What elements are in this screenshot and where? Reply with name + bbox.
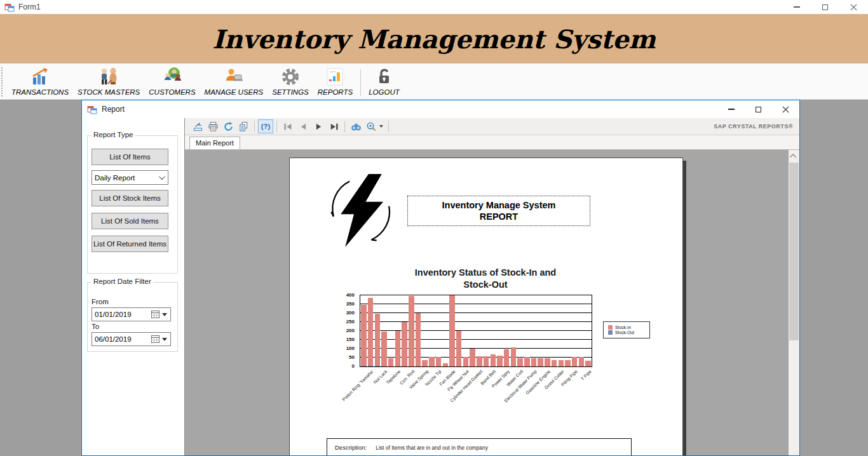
toolbar-item-label: LOGOUT — [369, 88, 400, 96]
toolbar-grip[interactable] — [1, 67, 6, 97]
settings-icon — [280, 67, 301, 87]
report-maximize-button[interactable] — [745, 100, 772, 118]
stock-in-bar — [511, 347, 517, 366]
app-banner-title: Inventory Management System — [212, 24, 656, 54]
go-first-icon — [283, 121, 294, 132]
stock-in-bar — [361, 305, 367, 366]
main-window-title: Form1 — [18, 3, 41, 11]
toolbar-item-stock-masters[interactable]: STOCK MASTERS — [73, 65, 144, 97]
report-minimize-button[interactable] — [717, 100, 745, 118]
stock-in-bar — [524, 357, 530, 366]
stock-out-bar — [368, 366, 374, 367]
report-window-icon — [87, 104, 97, 114]
to-date-picker[interactable]: 06/01/2019 — [92, 332, 171, 346]
main-minimize-button[interactable] — [782, 0, 811, 14]
report-header-box: Inventory Manage System REPORT — [407, 196, 590, 226]
go-next-button[interactable] — [311, 119, 326, 133]
toolbar-item-label: REPORTS — [318, 88, 353, 96]
export-icon — [193, 121, 203, 132]
toolbar-item-label: MANAGE USERS — [205, 88, 264, 96]
go-prev-icon — [298, 121, 309, 132]
cr-toolbar-icons: (?) — [190, 119, 392, 133]
find-button[interactable] — [348, 119, 363, 133]
legend-item: Stock-Out — [608, 330, 649, 335]
scrollbar-thumb[interactable] — [789, 163, 799, 340]
app-window-icon — [4, 2, 15, 12]
stock-out-bar — [361, 366, 367, 367]
from-date-value: 01/01/2019 — [95, 311, 132, 318]
refresh-button[interactable] — [220, 119, 236, 133]
crystal-report-viewer: (?) SAP CRYSTAL REPORTS® Main Report — [185, 118, 799, 455]
toolbar-item-manage-users[interactable]: MANAGE USERS — [200, 65, 268, 97]
report-close-button[interactable] — [772, 100, 799, 118]
close-icon — [782, 106, 789, 113]
cr-toolbar-separator — [276, 121, 277, 132]
list-of-stock-items-button[interactable]: List Of Stock Items — [92, 190, 168, 206]
maximize-icon — [822, 4, 828, 10]
stock-in-bar — [585, 361, 591, 366]
vertical-scrollbar[interactable] — [789, 150, 799, 455]
print-button[interactable] — [205, 119, 220, 133]
report-window: Report Report Type List Of Items Daily R… — [81, 100, 800, 456]
chart-title-line1: Inventory Status of Stock-In and — [360, 267, 611, 279]
maximize-icon — [756, 107, 761, 112]
sap-crystal-reports-brand: SAP CRYSTAL REPORTS® — [714, 123, 793, 130]
stock-in-bar — [409, 296, 414, 366]
go-last-button[interactable] — [326, 119, 341, 133]
stock-in-bar — [517, 358, 523, 366]
chart-title-line2: Stock-Out — [360, 279, 611, 291]
toolbar-item-customers[interactable]: CUSTOMERS — [144, 65, 200, 97]
close-icon — [850, 4, 857, 11]
stock-in-bar — [538, 358, 543, 366]
export-button[interactable] — [190, 119, 205, 133]
stock-in-bar — [381, 332, 387, 366]
y-tick-label: 350 — [346, 301, 355, 307]
report-period-combobox[interactable]: Daily Report — [92, 170, 168, 185]
go-first-button[interactable] — [280, 119, 295, 133]
tab-main-report[interactable]: Main Report — [189, 137, 240, 149]
app-toolbar: TRANSACTIONSSTOCK MASTERSCUSTOMERSMANAGE… — [0, 64, 868, 100]
stock-in-bar — [443, 363, 449, 366]
toolbar-item-logout[interactable]: LOGOUT — [364, 65, 404, 97]
y-tick-label: 150 — [346, 337, 355, 342]
cr-toolbar-separator — [254, 121, 255, 132]
main-close-button[interactable] — [839, 0, 868, 14]
chart-legend: Stock-InStock-Out — [603, 321, 650, 339]
stock-in-bar — [416, 313, 421, 366]
toolbar-item-reports[interactable]: REPORTS — [313, 65, 357, 97]
cr-toolbar-separator — [344, 121, 345, 132]
x-category-label: Piston Ring 'Yamaha' — [341, 369, 374, 402]
stock-in-bar — [572, 357, 578, 366]
minimize-icon — [728, 109, 735, 110]
report-sidebar: Report Type List Of Items Daily Report L… — [82, 118, 185, 455]
chevron-down-icon — [159, 173, 165, 180]
toolbar-item-transactions[interactable]: TRANSACTIONS — [7, 65, 73, 97]
chart-plot — [360, 295, 592, 367]
scroll-up-button[interactable] — [789, 150, 799, 161]
report-window-title: Report — [102, 105, 125, 114]
stock-in-bar — [456, 331, 462, 366]
copy-button[interactable] — [236, 119, 251, 133]
list-of-items-button[interactable]: List Of Items — [92, 149, 168, 165]
stock-masters-icon — [98, 67, 119, 87]
stock-in-bar — [470, 349, 475, 366]
toggle-group-tree-button[interactable]: (?) — [258, 119, 273, 133]
stock-in-bar — [429, 357, 435, 366]
go-prev-button[interactable] — [295, 119, 311, 133]
from-date-picker[interactable]: 01/01/2019 — [92, 307, 171, 321]
stock-in-bar — [565, 360, 571, 366]
toolbar-item-settings[interactable]: SETTINGS — [268, 65, 313, 97]
app-banner: Inventory Management System — [0, 14, 868, 64]
chart-x-axis-labels: Piston Ring 'Yamaha'Nut LackTapaloneCon.… — [360, 369, 592, 423]
find-icon — [351, 121, 362, 132]
report-header-line2: REPORT — [408, 211, 590, 222]
reports-icon — [325, 67, 345, 87]
list-of-sold-items-button[interactable]: List Of Sold Items — [92, 213, 168, 229]
zoom-button[interactable] — [363, 119, 385, 133]
list-of-returned-items-button[interactable]: List Of Returned Items — [92, 236, 168, 252]
description-text: List of Items that are in and out in the… — [376, 445, 488, 451]
calendar-icon — [151, 335, 159, 343]
stock-in-bar — [477, 356, 482, 366]
app-toolbar-items: TRANSACTIONSSTOCK MASTERSCUSTOMERSMANAGE… — [7, 64, 404, 99]
main-maximize-button[interactable] — [811, 0, 839, 14]
